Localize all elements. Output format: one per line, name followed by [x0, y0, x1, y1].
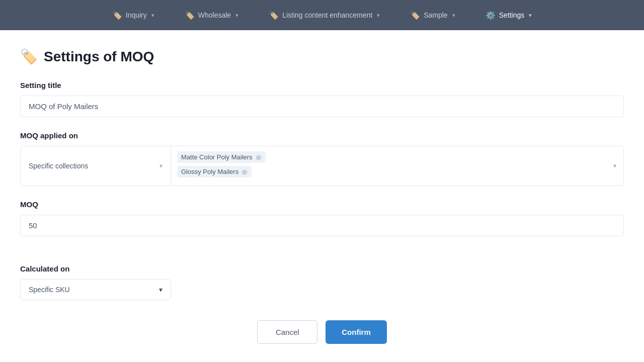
page-title-row: 🏷️ Settings of MOQ — [20, 48, 624, 65]
tag-label-glossy: Glossy Poly Mailers — [181, 168, 238, 175]
calculated-dropdown-value: Specific SKU — [29, 286, 70, 294]
page-content: 🏷️ Settings of MOQ Setting title MOQ app… — [0, 30, 644, 359]
listing-icon: 🏷️ — [269, 11, 279, 20]
tag-close-matte[interactable]: ⊗ — [256, 154, 262, 161]
nav-label-wholesale: Wholesale — [198, 11, 231, 19]
settings-icon: ⚙️ — [486, 11, 496, 20]
page-title: Settings of MOQ — [44, 49, 154, 65]
setting-title-label: Setting title — [20, 81, 624, 89]
inquiry-icon: 🏷️ — [112, 11, 122, 20]
chevron-down-icon: ▾ — [529, 12, 532, 19]
setting-title-input[interactable] — [20, 96, 624, 117]
moq-applied-label: MOQ applied on — [20, 131, 624, 140]
tag-matte: Matte Color Poly Mailers ⊗ — [177, 151, 266, 163]
chevron-down-icon: ▾ — [159, 162, 163, 169]
top-navigation: 🏷️ Inquiry ▾ 🏷️ Wholesale ▾ 🏷️ Listing c… — [0, 0, 644, 30]
collections-dropdown[interactable]: Specific collections ▾ — [20, 146, 171, 186]
calculated-section: Calculated on Specific SKU ▾ — [20, 264, 624, 300]
confirm-button[interactable]: Confirm — [326, 320, 387, 344]
calculated-dropdown[interactable]: Specific SKU ▾ — [20, 279, 171, 300]
chevron-down-icon: ▾ — [452, 12, 455, 19]
nav-item-settings[interactable]: ⚙️ Settings ▾ — [480, 8, 537, 23]
moq-applied-row: Specific collections ▾ Matte Color Poly … — [20, 146, 624, 186]
tag-label-matte: Matte Color Poly Mailers — [181, 153, 253, 161]
nav-label-settings: Settings — [499, 11, 525, 19]
chevron-down-icon: ▾ — [151, 12, 154, 19]
calculated-label: Calculated on — [20, 264, 624, 273]
nav-item-sample[interactable]: 🏷️ Sample ▾ — [405, 8, 460, 23]
nav-label-listing: Listing content enhancement — [282, 11, 372, 19]
tag-glossy: Glossy Poly Mailers ⊗ — [177, 166, 252, 177]
chevron-down-icon: ▾ — [235, 12, 238, 19]
tag-close-glossy[interactable]: ⊗ — [242, 168, 248, 175]
nav-item-listing-content[interactable]: 🏷️ Listing content enhancement ▾ — [264, 8, 385, 23]
sample-icon: 🏷️ — [410, 11, 420, 20]
wholesale-icon: 🏷️ — [185, 11, 195, 20]
button-row: Cancel Confirm — [20, 320, 624, 344]
chevron-down-icon: ▾ — [377, 12, 380, 19]
moq-label: MOQ — [20, 200, 624, 209]
moq-input[interactable] — [20, 215, 624, 236]
page-title-icon: 🏷️ — [20, 48, 38, 65]
nav-item-inquiry[interactable]: 🏷️ Inquiry ▾ — [107, 8, 159, 23]
collections-dropdown-value: Specific collections — [29, 162, 88, 170]
nav-label-inquiry: Inquiry — [126, 11, 147, 19]
nav-label-sample: Sample — [424, 11, 447, 19]
tags-dropdown-arrow: ▾ — [613, 162, 616, 169]
moq-section: MOQ — [20, 200, 624, 250]
nav-item-wholesale[interactable]: 🏷️ Wholesale ▾ — [180, 8, 244, 23]
cancel-button[interactable]: Cancel — [257, 320, 317, 344]
tags-container[interactable]: Matte Color Poly Mailers ⊗ Glossy Poly M… — [171, 146, 624, 186]
moq-applied-section: MOQ applied on Specific collections ▾ Ma… — [20, 131, 624, 186]
chevron-down-icon: ▾ — [159, 286, 163, 294]
